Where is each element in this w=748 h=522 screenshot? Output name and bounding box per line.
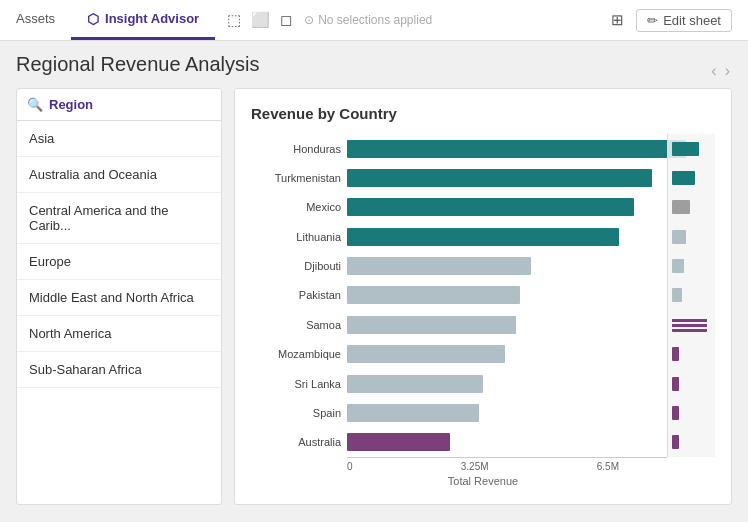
bar-label: Lithuania: [251, 231, 341, 243]
right-bar-row: [672, 316, 711, 334]
chart-area: Honduras Turkmenistan Mexico: [251, 134, 715, 487]
bar: [347, 316, 516, 334]
search-icon: 🔍: [27, 97, 43, 112]
sidebar-item-middle-east[interactable]: Middle East and North Africa: [17, 280, 221, 316]
bar-row-samoa: Samoa: [251, 311, 715, 339]
bar-label: Pakistan: [251, 289, 341, 301]
bar-container: [347, 404, 715, 422]
right-bar-row: [672, 228, 711, 246]
chart-bars: Honduras Turkmenistan Mexico: [251, 134, 715, 457]
grid-icon[interactable]: ⊞: [611, 11, 624, 29]
right-bar-row: [672, 345, 711, 363]
bar: [347, 198, 634, 216]
right-bar: [672, 318, 707, 332]
bar: [347, 228, 619, 246]
bar: [347, 375, 483, 393]
bar-label: Djibouti: [251, 260, 341, 272]
bar-row-djibouti: Djibouti: [251, 252, 715, 280]
bar: [347, 286, 520, 304]
right-bar: [672, 288, 682, 302]
right-bar: [672, 347, 679, 361]
bar-label: Mozambique: [251, 348, 341, 360]
page-title: Regional Revenue Analysis: [16, 53, 260, 76]
bar: [347, 140, 686, 158]
chart-panel: Revenue by Country Honduras Turkmenistan: [234, 88, 732, 505]
select-icon[interactable]: ⬚: [227, 11, 241, 29]
sidebar-item-north-america[interactable]: North America: [17, 316, 221, 352]
sidebar-search-bar[interactable]: 🔍 Region: [17, 89, 221, 121]
tab-assets[interactable]: Assets: [0, 0, 71, 40]
right-bar: [672, 200, 690, 214]
brush-icon[interactable]: ◻: [280, 11, 292, 29]
bar-row-mozambique: Mozambique: [251, 340, 715, 368]
sidebar-item-central-america[interactable]: Central America and the Carib...: [17, 193, 221, 244]
right-bar-row: [672, 169, 711, 187]
bar-container: [347, 345, 715, 363]
tab-insight-advisor[interactable]: ⬡ Insight Advisor: [71, 0, 215, 40]
bar-container: [347, 228, 715, 246]
right-bar: [672, 259, 684, 273]
bar-row-pakistan: Pakistan: [251, 281, 715, 309]
bar-row-australia: Australia: [251, 428, 715, 456]
bar-label: Australia: [251, 436, 341, 448]
x-axis-label: Total Revenue: [347, 475, 667, 487]
right-bar: [672, 230, 686, 244]
right-bar-row: [672, 404, 711, 422]
lasso-icon[interactable]: ⬜: [251, 11, 270, 29]
insight-icon: ⬡: [87, 11, 99, 27]
sidebar-item-asia[interactable]: Asia: [17, 121, 221, 157]
bar: [347, 404, 479, 422]
right-bar-row: [672, 257, 711, 275]
x-ticks: 0 3.25M 6.5M: [347, 458, 667, 472]
bar-container: [347, 257, 715, 275]
x-axis: 0 3.25M 6.5M Total Revenue: [347, 457, 715, 487]
bar-row-honduras: Honduras: [251, 135, 715, 163]
bar-row-mexico: Mexico: [251, 193, 715, 221]
right-bar-row: [672, 375, 711, 393]
edit-icon: ✏: [647, 13, 658, 28]
bar-container: [347, 286, 715, 304]
no-selection-badge: ⊙ No selections applied: [304, 13, 432, 27]
content-area: 🔍 Region Asia Australia and Oceania Cent…: [16, 88, 732, 505]
bar-container: [347, 433, 715, 451]
bar: [347, 169, 652, 187]
bar-row-turkmenistan: Turkmenistan: [251, 164, 715, 192]
edit-sheet-button[interactable]: ✏ Edit sheet: [636, 9, 732, 32]
bar-container: [347, 169, 715, 187]
right-bar: [672, 171, 695, 185]
toolbar-icons: ⬚ ⬜ ◻: [227, 11, 292, 29]
sidebar-filter-label: Region: [49, 97, 93, 112]
right-bar: [672, 435, 679, 449]
bar-label: Samoa: [251, 319, 341, 331]
x-tick-0: 0: [347, 461, 353, 472]
no-selection-icon: ⊙: [304, 13, 314, 27]
tab-insight-label: Insight Advisor: [105, 11, 199, 26]
right-overlay: [667, 134, 715, 457]
no-selection-text: No selections applied: [318, 13, 432, 27]
next-page-button[interactable]: ›: [723, 60, 732, 82]
bar-container: [347, 140, 715, 158]
bar-container: [347, 198, 715, 216]
right-bar: [672, 377, 679, 391]
tab-assets-label: Assets: [16, 11, 55, 26]
sidebar-item-australia[interactable]: Australia and Oceania: [17, 157, 221, 193]
x-tick-325: 3.25M: [461, 461, 489, 472]
bar-row-srilanka: Sri Lanka: [251, 370, 715, 398]
right-bar: [672, 142, 699, 156]
bar: [347, 257, 531, 275]
bar: [347, 345, 505, 363]
bar: [347, 433, 450, 451]
right-bar-row: [672, 433, 711, 451]
bar-label: Sri Lanka: [251, 378, 341, 390]
x-tick-65: 6.5M: [597, 461, 619, 472]
right-bar: [672, 406, 679, 420]
prev-page-button[interactable]: ‹: [709, 60, 718, 82]
sidebar-item-europe[interactable]: Europe: [17, 244, 221, 280]
bar-label: Turkmenistan: [251, 172, 341, 184]
bar-container: [347, 316, 715, 334]
bar-label: Honduras: [251, 143, 341, 155]
bar-container: [347, 375, 715, 393]
bar-label: Spain: [251, 407, 341, 419]
right-bar-row: [672, 140, 711, 158]
sidebar-item-sub-saharan[interactable]: Sub-Saharan Africa: [17, 352, 221, 388]
